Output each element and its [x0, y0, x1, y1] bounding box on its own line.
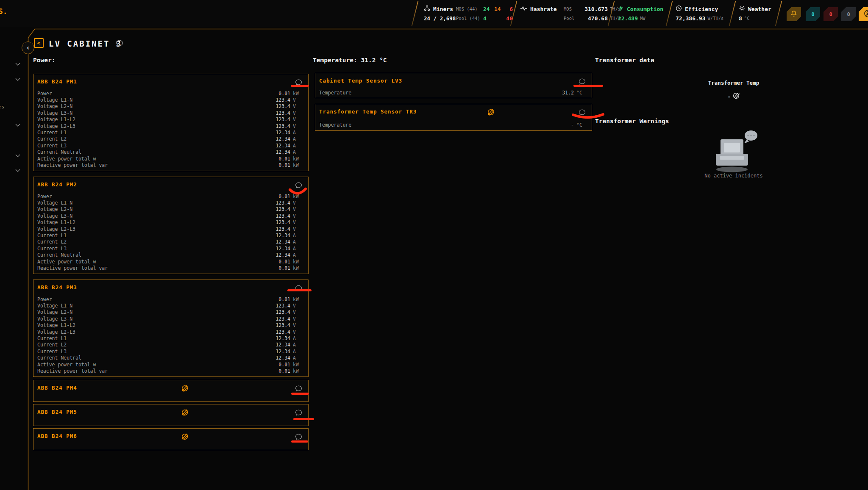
- meter-row-lbl: Current L3: [37, 143, 275, 149]
- temp-value: 31.2: [562, 90, 574, 96]
- meter-row-unit: V: [293, 206, 304, 212]
- meter-row: Current L312.34A: [37, 348, 304, 354]
- power-meter-panel-pm1: ABB B24 PM1 Power0.01kWVoltage L1-N123.4…: [33, 74, 309, 171]
- meter-row: Voltage L2-N123.4V: [37, 309, 304, 316]
- meter-row-lbl: Voltage L2-N: [37, 309, 275, 315]
- meter-row-unit: A: [293, 239, 304, 245]
- meter-row-val: 12.34: [275, 349, 290, 354]
- stat-separator: [729, 1, 736, 26]
- chevron-down-icon[interactable]: [15, 120, 20, 128]
- efficiency-label: Efficiency: [685, 6, 718, 12]
- meter-row-unit: A: [293, 233, 304, 238]
- meter-row-lbl: Voltage L2-L3: [37, 123, 275, 129]
- meter-row-unit: kW: [293, 162, 304, 168]
- temp-value: -: [571, 122, 574, 128]
- back-button[interactable]: <: [34, 38, 44, 48]
- meter-row-unit: V: [293, 219, 304, 225]
- meter-row-unit: A: [293, 335, 304, 341]
- meter-row-val: 123.4: [275, 200, 290, 206]
- logo[interactable]: S.: [0, 7, 8, 16]
- chevron-down-icon[interactable]: [15, 151, 20, 159]
- meter-row-val: 12.34: [275, 130, 290, 136]
- account-badge[interactable]: [859, 7, 868, 21]
- gray-counter-badge[interactable]: 0: [841, 7, 856, 21]
- meter-row-lbl: Current L1: [37, 335, 275, 341]
- hashrate-pool-value: 470.68: [581, 15, 608, 22]
- chevron-down-icon[interactable]: [15, 166, 20, 174]
- teal-counter-badge[interactable]: 0: [806, 7, 820, 21]
- meter-row-unit: kW: [293, 259, 304, 265]
- comment-bubble-icon[interactable]: [295, 182, 303, 191]
- meter-row-val: 123.4: [275, 329, 290, 335]
- meter-row-unit: A: [293, 252, 304, 258]
- user-icon: [864, 9, 868, 19]
- meter-row-unit: kW: [293, 368, 304, 374]
- meter-row: Power0.01kW: [37, 193, 304, 199]
- meter-row: Voltage L2-L3123.4V: [37, 123, 304, 129]
- notifications-badge[interactable]: [787, 7, 801, 21]
- stat-consumption[interactable]: Consumption 22.489 MW: [618, 0, 665, 27]
- meter-row-val: 0.01: [278, 162, 290, 168]
- meter-row: Reactive power total var0.01kW: [37, 368, 304, 374]
- meter-row-unit: V: [293, 123, 304, 129]
- meter-row: Current L112.34A: [37, 232, 304, 238]
- meter-row-lbl: Voltage L1-L2: [37, 116, 275, 122]
- miners-icon: [424, 5, 430, 13]
- transformer-warnings-label: Transformer Warnings: [595, 118, 669, 125]
- meter-row: Current L312.34A: [37, 142, 304, 149]
- hashrate-label: Hashrate: [530, 6, 557, 12]
- meter-row: Current L212.34A: [37, 239, 304, 245]
- meter-row-lbl: Power: [37, 91, 278, 97]
- meter-row-lbl: Current Neutral: [37, 355, 275, 361]
- comment-bubble-icon[interactable]: [115, 39, 124, 49]
- comment-bubble-icon[interactable]: [295, 409, 303, 418]
- meter-row-lbl: Current Neutral: [37, 252, 275, 258]
- power-section-heading: Power:: [33, 57, 55, 64]
- meter-row-unit: V: [293, 97, 304, 103]
- miners-pool-ok: 4: [483, 15, 494, 22]
- stat-miners[interactable]: Miners MOS (44) 24 14 6 24 / 2,698 Pool …: [424, 0, 507, 27]
- meter-row-val: 123.4: [275, 213, 290, 219]
- annotation-redline-pm6: [291, 440, 308, 443]
- meter-row-lbl: Voltage L3-N: [37, 110, 275, 116]
- meter-row-lbl: Voltage L3-N: [37, 213, 275, 219]
- red-counter-badge[interactable]: 0: [823, 7, 838, 21]
- meter-row-unit: V: [293, 309, 304, 315]
- chevron-down-icon[interactable]: [15, 59, 20, 67]
- meter-row-val: 0.01: [278, 265, 290, 271]
- panel-title: ABB B24 PM6: [37, 433, 77, 439]
- sidebar-collapse-button[interactable]: ‹: [22, 42, 34, 54]
- meter-row: Reactive power total var0.01kW: [37, 162, 304, 168]
- meter-row-val: 0.01: [278, 91, 290, 97]
- meter-row-unit: V: [293, 329, 304, 335]
- stat-hashrate[interactable]: Hashrate MOS 310.673 TH/s Pool 470.68 TH…: [520, 0, 605, 27]
- meter-row-lbl: Voltage L2-N: [37, 206, 275, 212]
- meter-row: Voltage L3-N123.4V: [37, 316, 304, 322]
- meter-row-val: 0.01: [278, 259, 290, 265]
- meter-row-unit: A: [293, 136, 304, 142]
- power-meter-panel-pm6: ABB B24 PM6: [33, 428, 309, 450]
- hashrate-mos-value: 310.673: [581, 6, 608, 12]
- meter-row: Active power total w0.01kW: [37, 155, 304, 162]
- meter-row-unit: kW: [293, 194, 304, 199]
- consumption-label: Consumption: [627, 6, 663, 12]
- meter-row-val: 12.34: [275, 143, 290, 149]
- meter-row-val: 12.34: [275, 335, 290, 341]
- meter-rows: Power0.01kWVoltage L1-N123.4VVoltage L2-…: [37, 193, 304, 271]
- meter-row-lbl: Current L2: [37, 239, 275, 245]
- stat-efficiency[interactable]: Efficiency 72,386.93 W/TH/s: [676, 0, 726, 27]
- weather-label: Weather: [748, 6, 771, 12]
- meter-row: Voltage L1-L2123.4V: [37, 219, 304, 226]
- stat-weather[interactable]: Weather 8 °C: [739, 0, 777, 27]
- meter-row-val: 0.01: [278, 156, 290, 162]
- page-title: LV CABINET 3: [49, 39, 122, 48]
- chevron-down-icon[interactable]: [15, 75, 20, 83]
- offline-icon: [181, 409, 189, 418]
- miners-mos-ok: 24: [483, 6, 494, 12]
- comment-bubble-icon[interactable]: [578, 109, 586, 118]
- meter-row-lbl: Voltage L2-L3: [37, 226, 275, 232]
- power-meter-panel-pm2: ABB B24 PM2 Power0.01kWVoltage L1-N123.4…: [33, 177, 309, 274]
- miners-pool-error: 40: [504, 15, 513, 22]
- meter-row-unit: A: [293, 143, 304, 149]
- miners-mos-label: MOS (44): [456, 6, 483, 11]
